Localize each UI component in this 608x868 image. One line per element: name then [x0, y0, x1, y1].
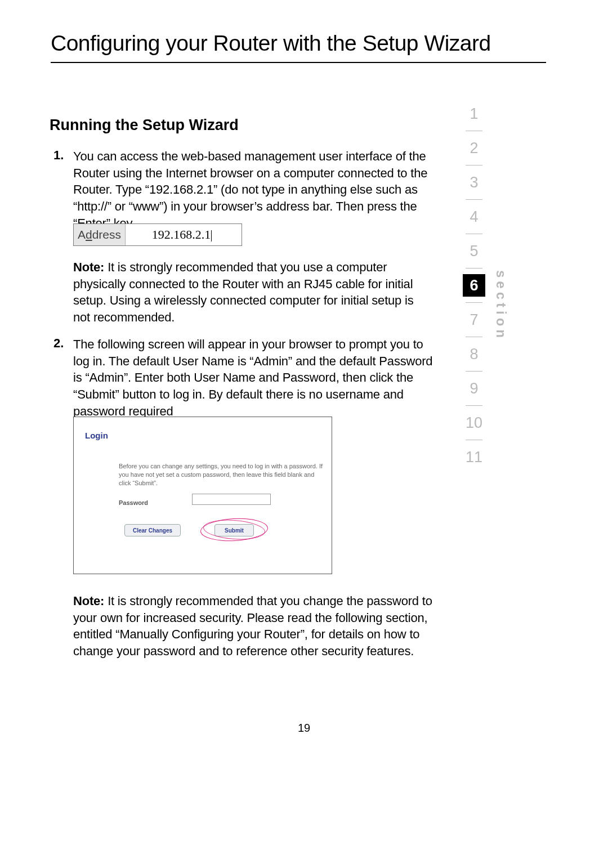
nav-item-9[interactable]: 9 [463, 377, 485, 400]
note-label: Note: [73, 594, 104, 608]
address-value: 192.168.2.1 [126, 224, 238, 245]
nav-separator [466, 337, 482, 337]
nav-separator [466, 234, 482, 234]
login-heading: Login [85, 431, 108, 440]
step-2-text: The following screen will appear in your… [73, 336, 433, 419]
nav-item-4[interactable]: 4 [463, 205, 485, 228]
nav-item-6-active[interactable]: 6 [463, 274, 485, 297]
step-number-1: 1. [53, 148, 70, 163]
section-label: section [493, 270, 509, 341]
address-bar-figure: Address 192.168.2.1 [73, 223, 242, 246]
nav-item-10[interactable]: 10 [463, 411, 485, 434]
nav-item-5[interactable]: 5 [463, 240, 485, 262]
password-label: Password [119, 499, 148, 506]
nav-item-8[interactable]: 8 [463, 343, 485, 365]
step-number-2: 2. [53, 336, 70, 351]
title-rule [51, 62, 546, 63]
nav-separator [466, 371, 482, 372]
nav-item-3[interactable]: 3 [463, 171, 485, 194]
address-label: Address [74, 224, 126, 245]
nav-separator [466, 268, 482, 269]
nav-item-11[interactable]: 11 [463, 446, 485, 468]
nav-separator [466, 165, 482, 165]
page-title: Configuring your Router with the Setup W… [51, 31, 557, 56]
login-screenshot: Login Before you can change any settings… [73, 417, 332, 574]
nav-separator [466, 440, 482, 440]
clear-changes-button: Clear Changes [124, 524, 181, 536]
manual-page: Configuring your Router with the Setup W… [0, 0, 608, 868]
nav-separator [466, 405, 482, 406]
login-message: Before you can change any settings, you … [119, 462, 327, 487]
nav-item-2[interactable]: 2 [463, 137, 485, 159]
nav-item-1[interactable]: 1 [463, 102, 485, 125]
note-label: Note: [73, 260, 104, 274]
nav-separator [466, 199, 482, 200]
page-number: 19 [0, 722, 608, 735]
nav-separator [466, 302, 482, 303]
note-1: Note: It is strongly recommended that yo… [73, 259, 433, 326]
step-1-text: You can access the web-based management … [73, 148, 433, 231]
section-heading: Running the Setup Wizard [50, 117, 239, 134]
password-field [192, 494, 271, 505]
nav-separator [466, 131, 482, 131]
note-2-text: It is strongly recommended that you chan… [73, 594, 432, 658]
text-caret-icon [211, 230, 212, 241]
note-1-text: It is strongly recommended that you use … [73, 260, 414, 324]
nav-item-7[interactable]: 7 [463, 308, 485, 331]
note-2: Note: It is strongly recommended that yo… [73, 593, 433, 660]
section-nav: 1 2 3 4 5 6 7 8 9 10 11 [463, 102, 485, 468]
